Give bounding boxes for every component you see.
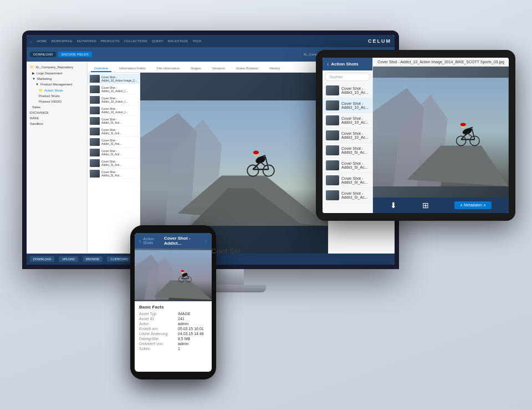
file-item-2[interactable]: Cover Shot - Addict_10_Action_I... <box>88 95 140 105</box>
file-thumb-2 <box>90 96 100 104</box>
tablet-grid-icon[interactable]: ⊞ <box>422 201 429 210</box>
sidebar-item-repository[interactable]: 📁 XL_Company_Repository <box>27 64 87 70</box>
phone-info: Basic Facts Asset Typ: IMAGE Asset ID: 2… <box>135 301 212 372</box>
tab-information-fields[interactable]: Information Fields <box>116 65 149 72</box>
file-thumb-1 <box>90 85 100 93</box>
tablet-file-item-6[interactable]: Cover Shot - Addict_Sl_Ac... <box>323 173 372 188</box>
phone-label-0: Asset Typ: <box>139 312 178 316</box>
sidebar-item-sales[interactable]: Sales <box>27 104 87 110</box>
nav-text-tags[interactable]: TAGS <box>192 39 201 43</box>
folder-icon-logo: ▶ <box>32 71 35 75</box>
phone-label-2: Autor: <box>139 322 178 326</box>
clipboard-bottom-btn[interactable]: CLIPBOARD <box>107 256 131 262</box>
tablet-thumb-3 <box>326 130 339 140</box>
tablet-thumb-5 <box>326 160 339 170</box>
nav-text-query[interactable]: QUERY <box>152 39 163 43</box>
tab-action-rotation[interactable]: Action Rotation <box>233 65 262 72</box>
tablet-metadaten-btn[interactable]: ∧ Metadaten ∧ <box>454 201 492 209</box>
tablet-file-item-3[interactable]: Cover Shot - Addict_10_Ac... <box>323 128 372 143</box>
file-item-0[interactable]: Cover Shot - Addict_10_Action Image_2... <box>88 74 140 84</box>
file-thumb-3 <box>90 107 100 114</box>
nav-text-backstage[interactable]: BACKSTAGE <box>168 39 188 43</box>
tablet-file-item-4[interactable]: Cover Shot - Addict_Sl_Ac... <box>323 143 372 158</box>
tab-overview[interactable]: Overview <box>91 65 111 72</box>
tab-file-information[interactable]: File Information <box>154 65 183 72</box>
app-topbar: ⌂ HOME WORKSPACE KEYWORDS PRODUCTS COLLE… <box>27 35 395 47</box>
browse-bottom-btn[interactable]: BROWSE <box>83 256 103 262</box>
tablet-file-item-1[interactable]: Cover Shot - Addict_10_Ac... <box>323 98 372 113</box>
phone-row-2: Autor: admin <box>139 322 207 326</box>
encode-fields-button[interactable]: ENCODE FIELDS <box>58 52 91 57</box>
file-item-6[interactable]: Cover Shot - Addict_Sl_Acti... <box>88 137 140 148</box>
sidebar-item-rake[interactable]: RAKE <box>27 115 87 121</box>
file-item-1[interactable]: Cover Shot - Addict_10_Action_I... <box>88 84 140 95</box>
sidebar-item-action-shots[interactable]: 📁 Action Shots <box>27 87 87 93</box>
file-item-3[interactable]: Cover Shot - Addict_10_Action_I... <box>88 105 140 116</box>
sidebar-item-product-shots[interactable]: Product Shots <box>27 93 87 99</box>
tablet-file-item-5[interactable]: Cover Shot - Addict_Sl_Ac... <box>323 158 372 173</box>
phone-value-7: admin <box>178 342 188 346</box>
tab-versions[interactable]: Versions <box>209 65 228 72</box>
file-item-9[interactable]: Cover Shot - Addict_Sl_Acti... <box>88 169 140 179</box>
file-item-8[interactable]: Cover Shot - Addict_Sl_Acti... <box>88 158 140 169</box>
tablet-file-item-0[interactable]: Cover Shot - Addict_10_Ac... <box>323 83 372 98</box>
phone-preview-image <box>135 249 212 301</box>
phone-device: ‹ Action Shots Cover Shot - Addict... ↑ <box>130 225 216 379</box>
sidebar-item-sandbox[interactable]: Sandbox <box>27 121 87 126</box>
sidebar-item-product-mgmt[interactable]: ▼ Product Management <box>27 82 87 87</box>
download-bottom-btn[interactable]: DOWNLOAD <box>30 256 54 262</box>
phone-row-7: Geändert von: admin <box>139 342 207 346</box>
phone-label-5: Dateigröße: <box>139 337 178 341</box>
phone-screen: ‹ Action Shots Cover Shot - Addict... ↑ <box>135 233 212 372</box>
sidebar-item-logo[interactable]: ▶ Logo Department <box>27 70 87 76</box>
chevron-up-icon-2: ∧ <box>483 203 486 207</box>
file-thumb-9 <box>90 170 100 178</box>
tab-history[interactable]: History <box>266 65 283 72</box>
sidebar-item-exchange[interactable]: EXCHANGE <box>27 110 87 115</box>
tablet-preview-header: Cover Shot - Addict_10_Action Image_2014… <box>373 58 509 67</box>
nav-text-products[interactable]: PRODUCTS <box>101 39 120 43</box>
file-thumb-4 <box>90 117 100 125</box>
phone-label-4: Letzte Änderung: <box>139 332 178 336</box>
phone-value-4: 04.03.15 14:48 <box>178 332 204 336</box>
nav-text-keywords[interactable]: KEYWORDS <box>77 39 96 43</box>
phone-back-button[interactable]: ‹ <box>139 238 141 244</box>
tablet-screen: ‹ Action Shots Suchen Cover Shot - Addic… <box>323 58 509 213</box>
download-button[interactable]: DOWNLOAD <box>30 52 56 57</box>
phone-label-8: Sollen: <box>139 347 178 351</box>
folder-icon-action: 📁 <box>39 88 43 92</box>
nav-icon-home[interactable]: ⌂ <box>30 39 32 43</box>
tablet-file-item-7[interactable]: Cover Shot - Addict_Sl_Ac... <box>323 188 372 203</box>
tablet-thumb-6 <box>326 175 339 185</box>
tablet-bottom-bar: ⬇ ⊞ ∧ Metadaten ∧ <box>373 198 509 213</box>
tablet-back-icon[interactable]: ‹ <box>327 61 329 67</box>
file-item-4[interactable]: Cover Shot - Addict_Sl_Acti... <box>88 116 140 126</box>
phone-frame: ‹ Action Shots Cover Shot - Addict... ↑ <box>130 225 216 379</box>
phone-value-2: admin <box>178 322 188 326</box>
folder-icon: 📁 <box>30 65 34 69</box>
phone-value-5: 8,5 MB <box>178 337 190 341</box>
phone-share-button[interactable]: ↑ <box>204 238 207 244</box>
svg-point-12 <box>253 150 259 154</box>
tablet-download-icon[interactable]: ⬇ <box>390 201 397 210</box>
tab-stages[interactable]: Stages <box>187 65 204 72</box>
tablet-search-input[interactable]: Suchen <box>325 73 370 81</box>
file-item-5[interactable]: Cover Shot - Addict_Sl_Acti... <box>88 126 140 137</box>
upload-bottom-btn[interactable]: UPLOAD <box>59 256 78 262</box>
file-thumb-6 <box>90 138 100 146</box>
nav-text-workspace[interactable]: WORKSPACE <box>51 39 73 43</box>
tablet-cyclist-svg <box>373 67 509 198</box>
phone-back-label: Action Shots <box>143 237 162 245</box>
file-item-7[interactable]: Cover Shot - Addict_Sl_Acti... <box>88 148 140 158</box>
nav-text-home[interactable]: HOME <box>37 39 47 43</box>
tablet-file-item-2[interactable]: Cover Shot - Addict_10_Ac... <box>323 113 372 128</box>
phone-value-3: 05.03.15 16:01 <box>178 327 204 331</box>
tablet-thumb-7 <box>326 190 339 200</box>
sidebar-item-product-video[interactable]: Product VIEDO <box>27 99 87 104</box>
sidebar-item-marketing[interactable]: ▼ Marketing <box>27 76 87 82</box>
phone-section-title: Basic Facts <box>139 305 207 310</box>
nav-text-collections[interactable]: COLLECTIONS <box>124 39 147 43</box>
folder-icon-marketing: ▼ <box>32 77 35 80</box>
coot-set-label: Coot Set <box>211 247 241 255</box>
phone-row-1: Asset ID: 241 <box>139 317 207 321</box>
